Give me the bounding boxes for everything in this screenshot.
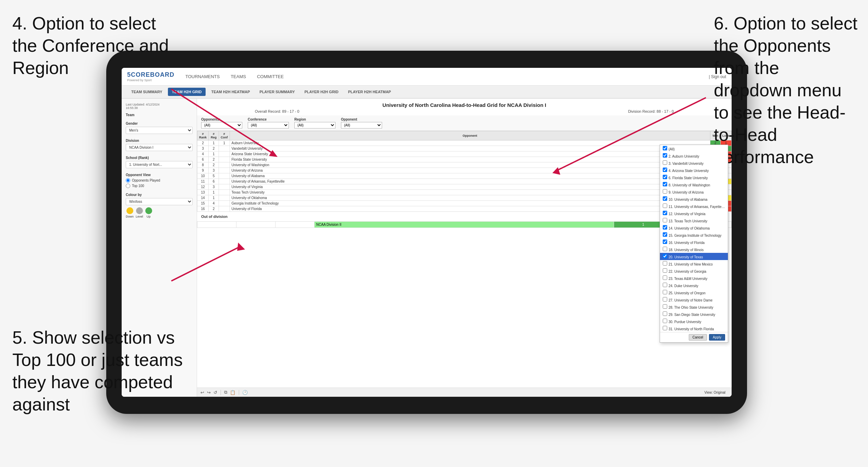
opponents-filter[interactable]: (All) bbox=[201, 122, 242, 128]
dropdown-item[interactable]: 25. University of Oregon bbox=[660, 289, 728, 296]
table-row: 6 2 Florida State University 4 2 bbox=[197, 157, 732, 162]
dropdown-item[interactable]: 11. University of Arkansas, Fayetteville bbox=[660, 202, 728, 210]
copy-icon[interactable]: ⧉ bbox=[224, 390, 227, 395]
out-of-division-label: Out of division bbox=[197, 212, 732, 221]
nav-tournaments[interactable]: TOURNAMENTS bbox=[185, 73, 220, 81]
separator2: | bbox=[238, 389, 240, 395]
dropdown-item[interactable]: 13. Texas Tech University bbox=[660, 217, 728, 224]
annotation-bottom-left: 5. Show selection vs Top 100 or just tea… bbox=[12, 327, 184, 416]
table-row: 11 6 University of Arkansas, Fayettevill… bbox=[197, 179, 732, 184]
school-label: School (Rank) bbox=[126, 156, 193, 160]
annotation-top-right: 6. Option to select the Opponents from t… bbox=[714, 12, 861, 168]
table-row: 2 1 1 Auburn University 2 1 bbox=[197, 140, 732, 146]
table-row: 3 2 Vanderbilt University 0 4 bbox=[197, 146, 732, 151]
content-title: University of North Carolina Head-to-Hea… bbox=[203, 102, 726, 108]
legend-level: Level bbox=[136, 215, 143, 218]
colour-by-label: Colour by bbox=[126, 193, 193, 197]
colour-by-select[interactable]: Win/loss bbox=[126, 198, 193, 205]
out-of-division-row: NCAA Division II 1 0 bbox=[197, 222, 732, 228]
opponent-view-label: Opponent View bbox=[126, 173, 193, 177]
division-label: Division bbox=[126, 139, 193, 143]
dropdown-item[interactable]: 31. University of North Florida bbox=[660, 325, 728, 332]
dropdown-item[interactable]: 29. San Diego State University bbox=[660, 310, 728, 318]
dropdown-item[interactable]: 9. University of Arizona bbox=[660, 188, 728, 195]
main-content: Last Updated: 4/12/2024 16:55:38 Team Ge… bbox=[122, 99, 732, 397]
last-updated-time: 16:55:38 bbox=[126, 106, 138, 110]
division-record: Division Record: 88 - 17 - 0 bbox=[628, 109, 674, 113]
dropdown-item[interactable]: 22. University of Georgia bbox=[660, 267, 728, 274]
opponents-filter-label: Opponents: bbox=[201, 118, 242, 121]
dropdown-item[interactable]: 20. University of Texas bbox=[660, 253, 728, 260]
reset-icon[interactable]: ↺ bbox=[213, 390, 217, 395]
dropdown-item[interactable]: 28. The Ohio State University bbox=[660, 303, 728, 310]
tab-team-h2h-heatmap[interactable]: TEAM H2H HEATMAP bbox=[207, 88, 254, 96]
dropdown-item[interactable]: 21. University of New Mexico bbox=[660, 260, 728, 267]
last-updated-label: Last Updated: 4/12/2024 bbox=[126, 103, 160, 106]
dropdown-item[interactable]: 10. University of Alabama bbox=[660, 195, 728, 202]
tab-player-h2h-grid[interactable]: PLAYER H2H GRID bbox=[300, 88, 342, 96]
sub-nav: TEAM SUMMARY TEAM H2H GRID TEAM H2H HEAT… bbox=[122, 86, 732, 99]
cancel-button[interactable]: Cancel bbox=[689, 334, 707, 341]
region-filter-label: Region bbox=[294, 118, 335, 121]
table-row: 14 1 University of Oklahoma 2 2 bbox=[197, 195, 732, 201]
team-section-label: Team bbox=[126, 113, 193, 117]
table-row: 16 2 University of Florida 5 1 bbox=[197, 206, 732, 212]
opponents-played-label: Opponents Played bbox=[132, 179, 160, 182]
table-row: 10 5 University of Alabama 3 0 bbox=[197, 173, 732, 179]
dropdown-item[interactable]: 8. University of Washington bbox=[660, 181, 728, 188]
dropdown-item[interactable]: 6. Florida State University bbox=[660, 174, 728, 181]
gender-select[interactable]: Men's bbox=[126, 127, 193, 134]
col-reg: #Reg bbox=[209, 131, 219, 140]
dropdown-item[interactable]: 4. Arizona State University bbox=[660, 167, 728, 174]
dropdown-item[interactable]: 18. University of Illinois bbox=[660, 246, 728, 253]
dropdown-item[interactable]: 15. Georgia Institute of Technology bbox=[660, 231, 728, 238]
col-conf: #Conf bbox=[219, 131, 230, 140]
undo-icon[interactable]: ↩ bbox=[200, 390, 204, 395]
nav-committee[interactable]: COMMITTEE bbox=[257, 73, 284, 81]
region-filter[interactable]: (All) bbox=[294, 122, 335, 128]
apply-button[interactable]: Apply bbox=[709, 334, 725, 341]
tablet-screen: 5COREBOARD Powered by Sport TOURNAMENTS … bbox=[122, 68, 732, 397]
top100-radio[interactable] bbox=[126, 184, 130, 188]
out-of-division-table: NCAA Division II 1 0 bbox=[197, 221, 732, 228]
conference-filter[interactable]: (All) bbox=[248, 122, 289, 128]
tab-player-h2h-heatmap[interactable]: PLAYER H2H HEATMAP bbox=[344, 88, 395, 96]
tab-team-h2h-grid[interactable]: TEAM H2H GRID bbox=[168, 88, 206, 96]
grid-area: #Rank #Reg #Conf Opponent Win Loss 2 1 1… bbox=[197, 131, 732, 388]
tab-player-summary[interactable]: PLAYER SUMMARY bbox=[255, 88, 299, 96]
paste-icon[interactable]: 📋 bbox=[230, 390, 235, 395]
col-opponent: Opponent bbox=[230, 131, 710, 140]
table-row: 8 2 University of Washington 1 0 bbox=[197, 162, 732, 168]
col-rank: #Rank bbox=[197, 131, 209, 140]
overall-record: Overall Record: 89 - 17 - 0 bbox=[255, 109, 299, 113]
dropdown-item[interactable]: 12. University of Virginia bbox=[660, 210, 728, 217]
table-row: 15 4 Georgia Institute of Technology 5 1 bbox=[197, 201, 732, 206]
dropdown-item[interactable]: 14. University of Oklahoma bbox=[660, 224, 728, 231]
data-table: #Rank #Reg #Conf Opponent Win Loss 2 1 1… bbox=[197, 131, 732, 212]
table-row: 13 1 Texas Tech University 3 0 bbox=[197, 190, 732, 195]
table-row: 4 1 Arizona State University 5 1 bbox=[197, 151, 732, 157]
dropdown-item[interactable]: 30. Purdue University bbox=[660, 318, 728, 325]
dropdown-item[interactable]: 23. Texas A&M University bbox=[660, 274, 728, 282]
dropdown-item[interactable]: 16. University of Florida bbox=[660, 238, 728, 246]
nav-teams[interactable]: TEAMS bbox=[231, 73, 246, 81]
dropdown-item[interactable]: 3. Vanderbilt University bbox=[660, 159, 728, 167]
opponent-dropdown[interactable]: (All)2. Auburn University3. Vanderbilt U… bbox=[660, 145, 728, 343]
dropdown-item[interactable]: 27. University of Notre Dame bbox=[660, 296, 728, 303]
opponents-played-radio[interactable] bbox=[126, 178, 130, 183]
dropdown-item[interactable]: 2. Auburn University bbox=[660, 152, 728, 159]
redo-icon[interactable]: ↪ bbox=[207, 390, 211, 395]
dropdown-item[interactable]: 24. Duke University bbox=[660, 282, 728, 289]
dropdown-item[interactable]: (All) bbox=[660, 145, 728, 152]
top100-label: Top 100 bbox=[132, 184, 144, 188]
school-select[interactable]: 1. University of Nort... bbox=[126, 161, 193, 168]
opponent-filter-label: Opponent bbox=[341, 118, 382, 121]
table-row: 12 3 University of Virginia 1 0 bbox=[197, 184, 732, 190]
conference-filter-label: Conference bbox=[248, 118, 289, 121]
top-nav: 5COREBOARD Powered by Sport TOURNAMENTS … bbox=[122, 68, 732, 86]
division-select[interactable]: NCAA Division I bbox=[126, 144, 193, 151]
opponent-filter[interactable]: (All) bbox=[341, 122, 382, 128]
clock-icon[interactable]: 🕐 bbox=[242, 390, 248, 395]
tab-team-summary[interactable]: TEAM SUMMARY bbox=[127, 88, 167, 96]
view-label: View: Original bbox=[704, 391, 725, 394]
